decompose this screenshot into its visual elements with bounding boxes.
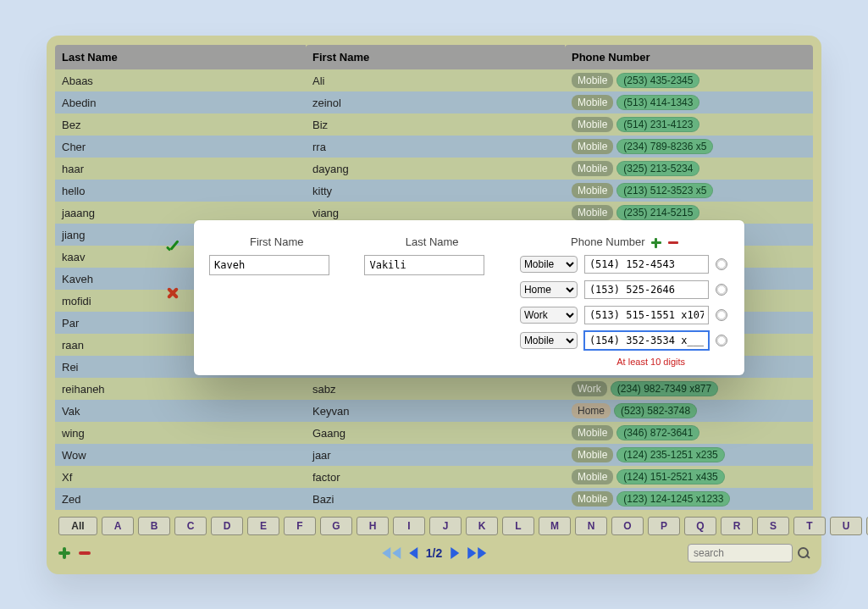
next-page-button[interactable] <box>451 547 459 559</box>
first-name-input[interactable] <box>209 255 329 275</box>
alpha-filter-a[interactable]: A <box>102 517 134 535</box>
cell-last-name: haar <box>55 158 306 180</box>
pager: 1/2 <box>382 546 486 560</box>
primary-phone-radio[interactable] <box>716 284 727 296</box>
alpha-filter-n[interactable]: N <box>575 517 607 535</box>
table-row[interactable]: BezBizMobile(514) 231-4123 <box>55 113 813 136</box>
primary-phone-radio[interactable] <box>716 335 727 346</box>
footer-toolbar: 1/2 <box>55 537 813 564</box>
alphabet-filter: AllABCDEFGHIJKLMNOPQRSTUVWXYZ <box>55 510 813 537</box>
table-row[interactable]: ZedBaziMobile(123) 124-1245 x1233 <box>55 488 813 510</box>
table-row[interactable]: XffactorMobile(124) 151-2521 x435 <box>55 466 813 488</box>
row-actions <box>164 239 183 302</box>
cell-first-name: Biz <box>306 113 565 136</box>
last-page-button[interactable] <box>467 547 486 559</box>
popup-last-name-label: Last Name <box>364 235 499 248</box>
alpha-filter-h[interactable]: H <box>357 517 389 535</box>
phone-type-select[interactable]: MobileHomeWork <box>520 307 578 324</box>
alpha-filter-p[interactable]: P <box>648 517 680 535</box>
search-input[interactable] <box>688 544 793 562</box>
cell-last-name: hello <box>55 180 306 202</box>
alpha-filter-m[interactable]: M <box>539 517 571 535</box>
phone-number-input[interactable] <box>584 331 709 350</box>
alpha-filter-s[interactable]: S <box>757 517 789 535</box>
alpha-filter-d[interactable]: D <box>211 517 243 535</box>
phone-type-badge: Mobile <box>572 469 613 484</box>
phone-type-select[interactable]: MobileHomeWork <box>520 332 578 349</box>
remove-row-icon[interactable] <box>79 551 91 555</box>
phone-entry-row: MobileHomeWork <box>520 306 729 324</box>
alpha-filter-l[interactable]: L <box>502 517 534 535</box>
alpha-filter-r[interactable]: R <box>721 517 753 535</box>
alpha-filter-q[interactable]: Q <box>684 517 716 535</box>
phone-number-badge: (234) 789-8236 x5 <box>616 139 713 154</box>
phone-number-badge: (123) 124-1245 x1233 <box>616 491 730 507</box>
cell-phone: Work(234) 982-7349 x877 <box>565 378 813 400</box>
search-icon[interactable] <box>798 547 810 559</box>
phone-type-select[interactable]: MobileHomeWork <box>520 256 578 273</box>
primary-phone-radio[interactable] <box>716 309 727 321</box>
col-last-name[interactable]: Last Name <box>55 45 306 69</box>
phone-type-badge: Mobile <box>572 95 613 110</box>
popup-first-name-label: First Name <box>209 235 344 248</box>
table-row[interactable]: CherrraMobile(234) 789-8236 x5 <box>55 136 813 158</box>
cell-first-name: kitty <box>306 180 565 202</box>
cell-first-name: dayang <box>306 158 565 180</box>
alpha-filter-f[interactable]: F <box>284 517 316 535</box>
alpha-filter-u[interactable]: U <box>830 517 862 535</box>
primary-phone-radio[interactable] <box>716 258 727 270</box>
alpha-filter-i[interactable]: I <box>393 517 425 535</box>
cell-phone: Mobile(346) 872-3641 <box>565 422 813 444</box>
cell-last-name: Cher <box>55 136 306 158</box>
cell-first-name: rra <box>306 136 565 158</box>
alpha-filter-t[interactable]: T <box>793 517 826 535</box>
last-name-input[interactable] <box>364 255 484 275</box>
table-row[interactable]: VakKeyvanHome(523) 582-3748 <box>55 400 813 422</box>
add-phone-icon[interactable] <box>651 238 661 248</box>
cell-first-name: factor <box>306 466 565 488</box>
table-row[interactable]: reihanehsabzWork(234) 982-7349 x877 <box>55 378 813 400</box>
phone-entry-row: MobileHomeWork <box>520 331 729 350</box>
phone-number-input[interactable] <box>584 280 709 299</box>
col-phone-number[interactable]: Phone Number <box>565 45 813 69</box>
alpha-filter-o[interactable]: O <box>611 517 644 535</box>
phone-type-select[interactable]: MobileHomeWork <box>520 281 578 298</box>
accept-edit-icon[interactable] <box>164 239 183 257</box>
cell-phone: Mobile(124) 235-1251 x235 <box>565 444 813 466</box>
phone-type-badge: Mobile <box>572 73 613 88</box>
first-page-button[interactable] <box>382 547 401 559</box>
phone-type-badge: Mobile <box>572 139 613 154</box>
phone-number-input[interactable] <box>584 306 709 324</box>
cell-phone: Home(523) 582-3748 <box>565 400 813 422</box>
phone-type-badge: Mobile <box>572 117 613 132</box>
phone-number-input[interactable] <box>584 255 709 274</box>
cell-phone: Mobile(213) 512-3523 x5 <box>565 180 813 202</box>
alpha-filter-all[interactable]: All <box>58 517 97 535</box>
alpha-filter-c[interactable]: C <box>174 517 207 535</box>
table-row[interactable]: haardayangMobile(325) 213-5234 <box>55 158 813 180</box>
table-row[interactable]: WowjaarMobile(124) 235-1251 x235 <box>55 444 813 466</box>
cell-phone: Mobile(124) 151-2521 x435 <box>565 466 813 488</box>
cell-phone: Mobile(123) 124-1245 x1233 <box>565 488 813 510</box>
alpha-filter-e[interactable]: E <box>247 517 279 535</box>
popup-phone-label: Phone Number <box>520 235 729 248</box>
table-row[interactable]: AbaasAliMobile(253) 435-2345 <box>55 69 813 91</box>
col-first-name[interactable]: First Name <box>306 45 565 69</box>
phone-number-badge: (124) 235-1251 x235 <box>616 447 724 462</box>
alpha-filter-k[interactable]: K <box>466 517 498 535</box>
cell-first-name: zeinol <box>306 91 565 113</box>
table-row[interactable]: hellokittyMobile(213) 512-3523 x5 <box>55 180 813 202</box>
table-row[interactable]: AbedinzeinolMobile(513) 414-1343 <box>55 91 813 113</box>
cancel-edit-icon[interactable] <box>164 285 181 302</box>
phone-number-badge: (253) 435-2345 <box>616 73 699 88</box>
cell-first-name: jaar <box>306 444 565 466</box>
cell-last-name: Zed <box>55 488 306 510</box>
phone-number-badge: (513) 414-1343 <box>616 95 699 110</box>
table-row[interactable]: wingGaangMobile(346) 872-3641 <box>55 422 813 444</box>
remove-phone-icon[interactable] <box>668 241 678 244</box>
alpha-filter-b[interactable]: B <box>138 517 170 535</box>
prev-page-button[interactable] <box>409 547 417 559</box>
add-row-icon[interactable] <box>58 547 70 559</box>
alpha-filter-j[interactable]: J <box>429 517 462 535</box>
alpha-filter-g[interactable]: G <box>320 517 352 535</box>
